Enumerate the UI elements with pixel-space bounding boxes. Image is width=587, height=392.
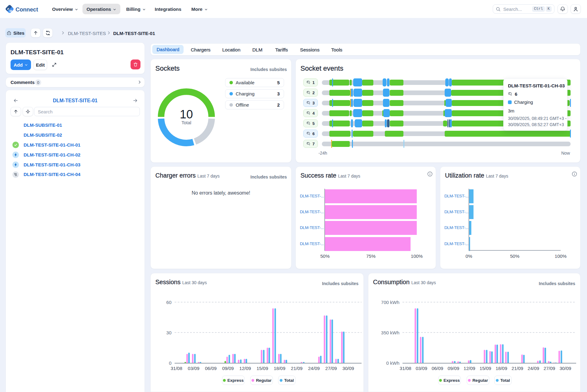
svg-text:e: e xyxy=(7,6,9,11)
svg-text:M: M xyxy=(9,9,12,13)
